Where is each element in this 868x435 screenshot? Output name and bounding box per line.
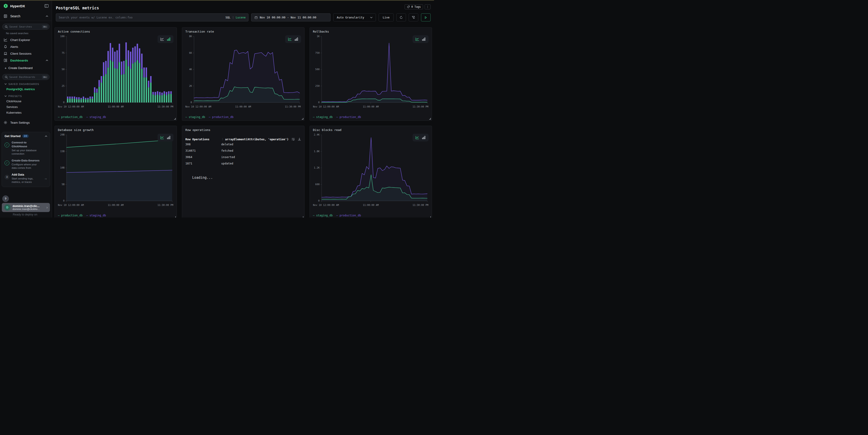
presets-section-header[interactable]: PRESETS	[0, 92, 52, 98]
chart-legend: — production_db— staging_db	[58, 115, 106, 119]
filter-edit-icon	[412, 16, 415, 19]
resize-handle[interactable]	[429, 118, 431, 120]
table-column-header[interactable]: Row Operations	[185, 138, 221, 141]
get-started-item-connect[interactable]: ✓ Connect to ClickHouse Set up your data…	[5, 141, 47, 156]
filter-button[interactable]	[409, 13, 418, 22]
chart[interactable]: 05B10B15B20BNov 10 12:00:00 AM11:00:00 A…	[58, 133, 174, 209]
sql-toggle[interactable]: SQL	[225, 16, 230, 19]
row-operation-cell: deleted	[221, 142, 234, 146]
chart[interactable]: 0255075100Nov 10 12:00:00 AM11:00:00 AM1…	[58, 34, 174, 111]
lucene-toggle[interactable]: Lucene	[236, 16, 246, 19]
tags-button[interactable]: 0 Tags	[405, 4, 423, 9]
legend-item-production_db[interactable]: — production_db	[336, 115, 361, 119]
saved-dashboards-input[interactable]: ⌘K	[2, 74, 50, 80]
bar-chart-icon[interactable]	[422, 136, 426, 139]
sidebar-item-dashboards[interactable]: Dashboards	[0, 57, 52, 64]
line-chart-icon[interactable]	[415, 37, 419, 41]
svg-text:Nov 10 12:00:00 AM: Nov 10 12:00:00 AM	[185, 105, 211, 108]
row-count-cell: 308	[185, 142, 221, 146]
create-dashboard-button[interactable]: + Create Dashboard	[0, 64, 52, 71]
line-chart-icon[interactable]	[415, 136, 419, 139]
legend-item-staging_db[interactable]: — staging_db	[86, 115, 106, 119]
saved-searches-field[interactable]	[9, 25, 40, 28]
bar-chart-icon[interactable]	[294, 37, 299, 41]
resize-handle[interactable]	[302, 216, 303, 218]
saved-dashboards-field[interactable]	[9, 76, 40, 78]
chart-type-toggle[interactable]	[412, 134, 429, 141]
resize-handle[interactable]	[429, 216, 431, 218]
download-icon[interactable]	[298, 138, 301, 141]
refresh-button[interactable]	[396, 13, 406, 22]
sidebar-item-search[interactable]: Search	[0, 11, 52, 21]
legend-item-staging_db[interactable]: — staging_db	[313, 214, 333, 217]
play-icon	[424, 16, 427, 19]
run-query-button[interactable]	[421, 13, 431, 22]
chart-type-toggle[interactable]	[412, 35, 429, 43]
chart-type-toggle[interactable]	[285, 35, 301, 43]
saved-searches-input[interactable]: ⌘K	[2, 24, 50, 30]
more-options-button[interactable]: ⋮	[425, 4, 431, 9]
get-started-item-sources[interactable]: ✓ Create Data Sources Configure where yo…	[5, 159, 47, 170]
svg-text:11:00:00 AM: 11:00:00 AM	[363, 204, 379, 206]
table-row[interactable]: 308deleted	[185, 141, 301, 147]
sidebar-item-team-settings[interactable]: Team Settings	[0, 119, 52, 126]
bar-chart-icon[interactable]	[422, 37, 426, 41]
get-started-header[interactable]: Get Started 2/3	[5, 134, 47, 138]
sidebar-item-kubernetes[interactable]: Kubernetes	[0, 110, 52, 115]
chart-type-toggle[interactable]	[157, 134, 174, 141]
column-drag-icon[interactable]: ⋮	[221, 138, 224, 141]
table-column-header[interactable]: arrayElement(Attributes, 'operation')	[225, 138, 288, 141]
get-started-item-add-data[interactable]: 3 Add Data Start sending logs, metrics, …	[5, 173, 47, 184]
help-button[interactable]: ?	[2, 195, 9, 202]
legend-item-staging_db[interactable]: — staging_db	[86, 214, 106, 217]
sidebar-item-postgresql-metrics[interactable]: PostgreSQL metrics	[0, 86, 52, 92]
bar-chart-icon[interactable]	[167, 136, 171, 139]
chart-type-toggle[interactable]	[157, 35, 174, 43]
query-controls: SQL | Lucene Nov 10 00:00:00 - Nov 11 00…	[56, 13, 431, 22]
legend-item-production_db[interactable]: — production_db	[209, 115, 234, 119]
wrap-text-icon[interactable]	[291, 138, 295, 141]
granularity-select[interactable]: Auto Granularity	[333, 13, 376, 22]
event-search-input[interactable]	[59, 16, 223, 19]
legend-item-production_db[interactable]: — production_db	[336, 214, 361, 217]
chart[interactable]: 02505007501KNov 10 12:00:00 AM11:00:00 A…	[313, 34, 429, 111]
avatar: D	[4, 204, 10, 211]
resize-handle[interactable]	[174, 216, 176, 218]
table-row[interactable]: 1871updated	[185, 160, 301, 166]
panel-title: Row operations	[185, 128, 301, 132]
saved-dashboards-section-header[interactable]: SAVED DASHBOARDS	[0, 80, 52, 86]
row-operation-cell: fetched	[221, 149, 234, 153]
line-chart-icon[interactable]	[160, 136, 164, 139]
legend-item-staging_db[interactable]: — staging_db	[313, 115, 333, 119]
sidebar-collapse-icon[interactable]	[44, 4, 49, 8]
date-range-picker[interactable]: Nov 10 00:00:00 - Nov 11 00:00:00	[251, 13, 331, 22]
resize-handle[interactable]	[302, 118, 303, 120]
table-row[interactable]: 314071fetched	[185, 147, 301, 154]
step-number-badge: 3	[5, 175, 9, 179]
table-row[interactable]: 3064inserted	[185, 154, 301, 160]
svg-text:11:00:00 AM: 11:00:00 AM	[363, 105, 379, 108]
legend-item-staging_db[interactable]: — staging_db	[185, 115, 205, 119]
get-started-title: Get Started	[5, 134, 21, 138]
user-email: dominic.tran@clickho...	[12, 208, 44, 210]
panel-row-operations: Row operations Row Operations ⋮ arrayEle…	[182, 126, 304, 218]
panel-database-size-growth: Database size growth 05B10B15B20BNov 10 …	[55, 126, 177, 218]
sidebar-item-client-sessions[interactable]: Client Sessions	[0, 50, 52, 57]
live-button[interactable]: Live	[379, 13, 394, 22]
query-language-toggle[interactable]: SQL | Lucene	[225, 16, 246, 19]
sidebar-item-chart-explorer[interactable]: Chart Explorer	[0, 36, 52, 43]
legend-item-production_db[interactable]: — production_db	[58, 214, 83, 217]
svg-text:75: 75	[62, 52, 64, 54]
resize-handle[interactable]	[174, 118, 176, 120]
chart[interactable]: 06001.2K1.8K2.4KNov 10 12:00:00 AM11:00:…	[313, 133, 429, 209]
chart[interactable]: 02K4K6K8KNov 10 12:00:00 AM11:00:00 AM11…	[185, 34, 301, 111]
bar-chart-icon[interactable]	[167, 37, 171, 41]
event-search[interactable]: SQL | Lucene	[56, 13, 248, 22]
legend-item-production_db[interactable]: — production_db	[58, 115, 83, 119]
user-menu[interactable]: D dominic.tran@clic... dominic.tran@clic…	[2, 203, 50, 212]
sidebar-item-alerts[interactable]: Alerts	[0, 43, 52, 50]
line-chart-icon[interactable]	[288, 37, 292, 41]
line-chart-icon[interactable]	[160, 37, 164, 41]
sidebar-item-services[interactable]: Services	[0, 104, 52, 110]
sidebar-item-clickhouse[interactable]: ClickHouse	[0, 98, 52, 104]
